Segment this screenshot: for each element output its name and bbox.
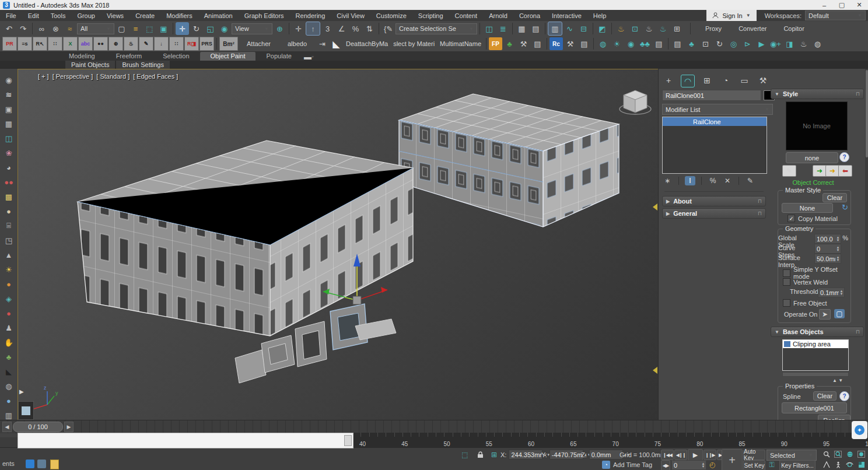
copy-material-checkbox[interactable]: ✓	[788, 215, 795, 222]
left-toolbar-camera-icon[interactable]: ◉	[2, 73, 15, 86]
menu-item[interactable]: Create	[130, 12, 160, 19]
ribbon-tab[interactable]: Object Paint	[200, 52, 256, 61]
menu-item[interactable]: Edit	[22, 12, 45, 19]
sign-in-button[interactable]: Sign In ▼	[706, 10, 756, 21]
close-button[interactable]: ✕	[850, 0, 868, 10]
taskbar-icon-2[interactable]	[37, 460, 46, 468]
style-name-button[interactable]: none	[786, 152, 838, 163]
y-coordinate-field[interactable]: -4470.75m	[550, 450, 583, 460]
menu-item[interactable]: Modifiers	[160, 12, 198, 19]
light-icon[interactable]: ◍	[596, 37, 610, 50]
cursor-icon[interactable]: ◣	[330, 37, 343, 50]
left-toolbar-pattern-icon[interactable]: ◈	[2, 292, 15, 305]
plugin-icon-rb[interactable]: R◨	[184, 37, 199, 51]
ribbon-tab[interactable]: Modeling	[58, 52, 106, 61]
play-panel-icon[interactable]: ▶	[755, 37, 768, 50]
selection-set-key-dropdown[interactable]: Selected▼	[766, 450, 817, 461]
global-scale-spinner[interactable]: 100.0▲▼	[814, 234, 841, 244]
base-objects-rollout-header[interactable]: ▼Base Objects⊓	[771, 327, 864, 337]
pan-walk-icon[interactable]	[833, 460, 843, 469]
minimize-button[interactable]: –	[816, 0, 833, 10]
modify-tab-icon[interactable]: ◠	[681, 75, 695, 87]
menu-item[interactable]: Interactive	[546, 12, 587, 19]
left-toolbar-cone-icon[interactable]: ▲	[2, 248, 15, 261]
maxscript-listener-text[interactable]: ents	[2, 460, 15, 467]
sun-icon[interactable]: ☀	[610, 37, 624, 50]
bulb-icon[interactable]: ◍	[811, 37, 824, 50]
left-toolbar-lamp-icon[interactable]: ▩	[2, 190, 15, 203]
threshold-spinner[interactable]: 0.1mm▲▼	[818, 287, 845, 297]
left-toolbar-swirl-icon[interactable]: ◕	[2, 161, 15, 174]
multimatname-button[interactable]: MultimatName	[438, 40, 484, 47]
rectangular-selection-region-icon[interactable]: ⬚	[143, 22, 156, 35]
curve-steps-spinner[interactable]: 0▲▼	[814, 244, 841, 254]
schematic-view-icon[interactable]: ⊟	[577, 22, 590, 35]
import-style-icon[interactable]: ➜	[813, 165, 827, 177]
loop-icon[interactable]: ↻	[713, 37, 726, 50]
menu-item[interactable]: File	[0, 12, 22, 19]
scene-explorer-icon[interactable]: ▦	[515, 22, 528, 35]
bm2-button[interactable]: Bm²	[219, 37, 238, 51]
next-frame-button[interactable]: ▶	[64, 422, 74, 432]
list-up-down-buttons[interactable]: ▲ ▼	[832, 378, 843, 383]
zoom-extents-icon[interactable]	[845, 450, 855, 459]
building-right[interactable]	[399, 94, 619, 227]
plugin-icon-prs2[interactable]: PRS	[200, 37, 214, 51]
perspective-viewport[interactable]: [ + ][ Perspective ][ Standard ][ Edged …	[18, 69, 659, 421]
menu-item[interactable]: Corona	[513, 12, 546, 19]
free-object-checkbox[interactable]	[783, 299, 790, 307]
layer-explorer-icon[interactable]: ▤	[529, 22, 542, 35]
workspace-dropdown[interactable]: Default▼	[805, 10, 866, 20]
left-toolbar-grid-icon[interactable]: ▦	[2, 117, 15, 130]
forest-pack-icon[interactable]: FP	[489, 37, 502, 50]
plugin-icon-teapot[interactable]: ♨	[124, 37, 138, 51]
previous-frame-button[interactable]: ◀	[2, 422, 12, 432]
converter-button[interactable]: Converter	[730, 25, 775, 32]
trees-icon[interactable]: ♣♣	[638, 37, 652, 50]
albedo-button[interactable]: albedo	[279, 40, 315, 47]
left-toolbar-red-ball-icon[interactable]: ●	[2, 307, 15, 320]
ribbon-toggle-icon[interactable]: ▥	[548, 22, 562, 36]
plugin-icon-xform[interactable]: X	[63, 37, 78, 51]
viewport-layout-tab[interactable]	[18, 401, 34, 420]
reference-coordinate-dropdown[interactable]: View▼	[232, 23, 272, 34]
plugin-icon-spheres[interactable]: ●●	[93, 37, 108, 51]
key-filters-key-icon[interactable]: ⚿	[766, 460, 777, 469]
hierarchy-tab-icon[interactable]: ⊞	[701, 75, 713, 86]
remove-modifier-icon[interactable]: ✕	[722, 176, 733, 185]
base-object-item[interactable]: Clipping area	[783, 340, 848, 348]
left-toolbar-sphere-icon[interactable]: ●	[2, 205, 15, 218]
menu-item[interactable]: Arnold	[483, 12, 513, 19]
snap-3d-icon[interactable]: 3	[321, 22, 334, 35]
camera-add-icon[interactable]: ◉+	[769, 37, 782, 50]
list2-icon[interactable]: ▤	[671, 37, 684, 50]
left-toolbar-cylinder-icon[interactable]: ◫	[2, 132, 15, 145]
plugin-icon-scatter[interactable]: ∷	[169, 37, 184, 51]
menu-item[interactable]: Rendering	[290, 12, 331, 19]
plugin-icon-lines[interactable]: ≡s	[18, 37, 32, 51]
ribbon-minimize-icon[interactable]: ▬▾	[302, 52, 316, 61]
show-end-result-icon[interactable]: Ι	[685, 176, 695, 185]
ribbon-tab[interactable]: Freeform	[106, 52, 153, 61]
zoom-icon[interactable]	[821, 450, 831, 459]
left-toolbar-bottle-icon[interactable]: ⌸	[2, 219, 15, 232]
spline-object-button[interactable]: Rectangle001	[782, 402, 847, 413]
edit-named-selection-sets-icon[interactable]: {✎	[382, 22, 395, 35]
menu-item[interactable]: Animation	[198, 12, 239, 19]
surface-interp-spinner[interactable]: 50.0mm▲▼	[814, 254, 841, 264]
style-help-icon[interactable]: ?	[839, 152, 849, 162]
left-toolbar-corner-icon[interactable]: ◣	[2, 365, 15, 378]
revert-style-icon[interactable]: ⬅	[838, 165, 852, 177]
menu-item[interactable]: Help	[587, 12, 612, 19]
base-objects-hscroll[interactable]	[782, 372, 849, 377]
redo-icon[interactable]: ↷	[16, 22, 30, 35]
menu-item[interactable]: Tools	[45, 12, 72, 19]
track-bar[interactable]	[18, 433, 354, 448]
view-cube[interactable]	[620, 90, 651, 114]
vertex-weld-checkbox[interactable]	[783, 278, 790, 286]
modifier-stack-item[interactable]: RailClone	[663, 117, 766, 126]
add-time-tag-button[interactable]: Add Time Tag	[613, 461, 652, 468]
left-toolbar-figure-icon[interactable]: ♟	[2, 321, 15, 334]
restore-button[interactable]: ▢	[833, 0, 850, 10]
plugin-icon-prs[interactable]: PR	[2, 37, 17, 51]
